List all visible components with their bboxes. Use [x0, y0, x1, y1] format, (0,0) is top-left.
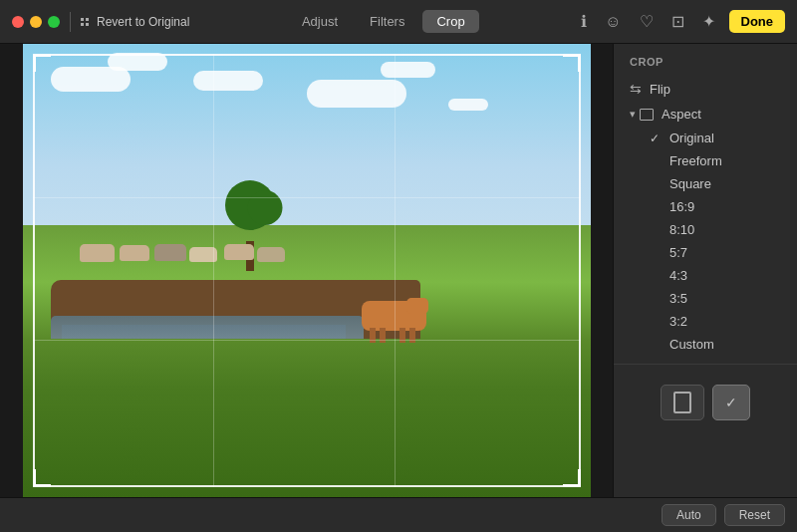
cloud — [307, 80, 406, 108]
flip-label: Flip — [650, 82, 670, 97]
aspect-item-label: Square — [669, 176, 711, 191]
aspect-item-label: 5:7 — [669, 245, 687, 260]
heart-button[interactable]: ♡ — [636, 10, 658, 33]
panel-bottom-tools: ✓ — [614, 373, 797, 432]
crop-icon-button[interactable]: ⊡ — [667, 10, 688, 33]
tab-adjust[interactable]: Adjust — [288, 10, 352, 33]
photo-container: 10 5 0◄ -5 - — [23, 44, 591, 497]
cloud — [448, 99, 488, 111]
divider — [70, 12, 71, 32]
aspect-item-freeform[interactable]: Freeform — [614, 149, 797, 172]
tab-bar: Adjust Filters Crop — [189, 10, 577, 33]
photo-background — [23, 44, 591, 497]
aspect-items-list: ✓ Original Freeform Square 16:9 8:10 — [614, 127, 797, 356]
cow — [189, 247, 217, 262]
main-cow — [352, 293, 431, 343]
aspect-item-label: 16:9 — [669, 199, 694, 214]
aspect-item-4-3[interactable]: 4:3 — [614, 264, 797, 287]
photo-canvas: 10 5 0◄ -5 - — [23, 44, 591, 497]
cow-leg — [370, 328, 376, 343]
photo-area[interactable]: 10 5 0◄ -5 - — [0, 44, 613, 497]
cloud — [108, 53, 167, 71]
cloud — [193, 71, 263, 91]
portrait-orientation-button[interactable] — [661, 385, 704, 420]
aspect-item-label: 8:10 — [669, 222, 694, 237]
cow — [80, 244, 115, 262]
aspect-item-label: 3:5 — [669, 291, 687, 306]
bottom-bar: Auto Reset — [0, 497, 797, 532]
reset-button[interactable]: Reset — [724, 504, 785, 526]
titlebar: Revert to Original Adjust Filters Crop ℹ… — [0, 0, 797, 44]
cattle-group — [80, 239, 364, 330]
aspect-item-label: Custom — [669, 337, 714, 352]
done-button[interactable]: Done — [729, 10, 786, 33]
face-button[interactable]: ☺ — [601, 11, 625, 33]
grid-view-icon[interactable] — [81, 18, 89, 26]
tab-filters[interactable]: Filters — [356, 10, 418, 33]
minimize-button[interactable] — [30, 16, 42, 28]
panel-divider — [614, 364, 797, 365]
aspect-item-8-10[interactable]: 8:10 — [614, 218, 797, 241]
aspect-item-label: 4:3 — [669, 268, 687, 283]
aspect-item-custom[interactable]: Custom — [614, 333, 797, 356]
aspect-item-square[interactable]: Square — [614, 172, 797, 195]
aspect-item-original[interactable]: ✓ Original — [614, 127, 797, 149]
aspect-item-5-7[interactable]: 5:7 — [614, 241, 797, 264]
checkmark-icon: ✓ — [725, 395, 737, 410]
auto-button[interactable]: Auto — [662, 504, 716, 526]
main-content: 10 5 0◄ -5 - — [0, 44, 797, 497]
front-field — [23, 339, 591, 497]
chevron-down-icon: ▾ — [630, 108, 636, 121]
aspect-item-3-5[interactable]: 3:5 — [614, 287, 797, 310]
confirm-crop-button[interactable]: ✓ — [712, 385, 750, 420]
panel-section-title: CROP — [614, 44, 797, 76]
cow — [120, 245, 149, 261]
cow — [224, 244, 254, 260]
info-button[interactable]: ℹ — [577, 10, 591, 33]
flip-icon: ⇆ — [630, 81, 642, 97]
aspect-item-label: Original — [669, 131, 714, 145]
aspect-item-16-9[interactable]: 16:9 — [614, 195, 797, 218]
check-icon: ✓ — [650, 132, 664, 145]
portrait-icon — [673, 392, 691, 413]
aspect-icon — [640, 109, 654, 121]
cloud — [381, 62, 435, 78]
close-button[interactable] — [12, 16, 24, 28]
titlebar-right: ℹ ☺ ♡ ⊡ ✦ Done — [577, 10, 785, 33]
traffic-lights — [12, 16, 60, 28]
main-cow-head — [406, 298, 428, 314]
aspect-item-3-2[interactable]: 3:2 — [614, 310, 797, 333]
magic-button[interactable]: ✦ — [698, 10, 719, 33]
cow-leg — [399, 328, 405, 343]
right-panel: CROP ⇆ Flip ▾ Aspect ✓ Original Freeform — [613, 44, 797, 497]
maximize-button[interactable] — [48, 16, 60, 28]
flip-item[interactable]: ⇆ Flip — [614, 76, 797, 102]
tree-canopy-2 — [247, 190, 282, 225]
panel-spacer — [614, 432, 797, 497]
aspect-item-label: Freeform — [669, 153, 722, 168]
aspect-item-label: 3:2 — [669, 314, 687, 329]
tab-crop[interactable]: Crop — [422, 10, 478, 33]
revert-to-original-button[interactable]: Revert to Original — [97, 15, 189, 29]
cow — [257, 247, 285, 262]
cow — [154, 244, 186, 261]
aspect-group-header[interactable]: ▾ Aspect — [614, 102, 797, 127]
cow-leg — [380, 328, 386, 343]
cow-leg — [409, 328, 415, 343]
aspect-label: Aspect — [662, 107, 701, 122]
